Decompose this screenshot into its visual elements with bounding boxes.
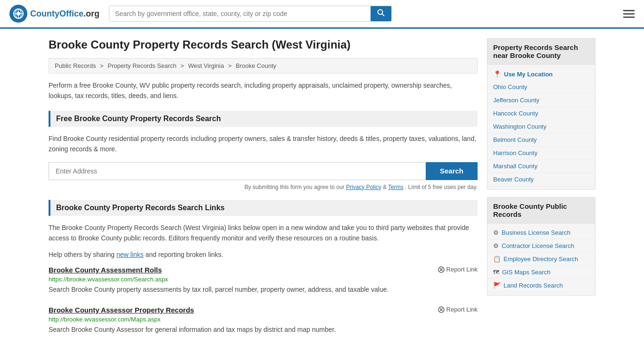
sidebar-item-harrison[interactable]: Harrison County — [487, 147, 595, 160]
site-header: CountyOffice.org — [0, 0, 644, 29]
breadcrumb-current: Brooke County — [236, 62, 276, 69]
address-search-row: Search — [49, 162, 478, 180]
map-icon: 🗺 — [493, 269, 499, 276]
sidebar-item-business-license[interactable]: ⚙ Business License Search — [487, 226, 595, 239]
public-records-list: ⚙ Business License Search ⚙ Contractor L… — [487, 223, 595, 295]
book-icon: 📋 — [493, 255, 501, 263]
link-title-1[interactable]: Brooke County Assessment Rolls — [49, 266, 162, 274]
sidebar-item-land-records[interactable]: 🚩 Land Records Search — [487, 279, 595, 292]
nearby-section-title: Property Records Search near Brooke Coun… — [487, 39, 595, 65]
flag-icon: 🚩 — [493, 282, 501, 289]
gear-icon-2: ⚙ — [493, 242, 499, 249]
page-title: Brooke County Property Records Search (W… — [49, 38, 478, 51]
public-records-title: Brooke County Public Records — [487, 197, 595, 223]
global-search-input[interactable] — [109, 6, 371, 21]
address-search-button[interactable]: Search — [426, 162, 478, 180]
nearby-section: Property Records Search near Brooke Coun… — [487, 38, 595, 189]
use-my-location[interactable]: 📍 Use My Location — [487, 67, 595, 81]
sidebar-item-employee-directory[interactable]: 📋 Employee Directory Search — [487, 253, 595, 266]
link-desc-1: Search Brooke County property assessment… — [49, 285, 478, 295]
breadcrumb-west-virginia[interactable]: West Virginia — [188, 62, 224, 69]
sidebar-item-ohio[interactable]: Ohio County — [487, 81, 595, 94]
report-icon-1 — [438, 266, 445, 273]
report-link-2[interactable]: Report Link — [438, 306, 478, 313]
sidebar-item-washington[interactable]: Washington County — [487, 120, 595, 133]
sidebar-item-hancock[interactable]: Hancock County — [487, 107, 595, 120]
terms-link[interactable]: Terms — [388, 184, 404, 190]
link-url-1[interactable]: https://brooke.wvassessor.com/Search.asp… — [49, 276, 478, 283]
sidebar-item-jefferson[interactable]: Jefferson County — [487, 94, 595, 107]
page-description: Perform a free Brooke County, WV public … — [49, 80, 478, 101]
link-title-2[interactable]: Brooke County Assessor Property Records — [49, 306, 194, 314]
links-section-desc: The Brooke County Property Records Searc… — [49, 222, 478, 244]
logo-text: CountyOffice.org — [30, 9, 99, 19]
breadcrumb: Public Records > Property Records Search… — [49, 58, 478, 74]
report-icon-2 — [438, 306, 445, 313]
svg-point-5 — [378, 10, 383, 15]
links-section: Help others by sharing new links and rep… — [49, 251, 478, 335]
form-terms: By submitting this form you agree to our… — [49, 184, 478, 190]
link-url-2[interactable]: http://brooke.wvassessor.com/Maps.aspx — [49, 316, 478, 323]
logo-icon — [9, 5, 27, 23]
svg-line-6 — [382, 14, 385, 16]
report-link-1[interactable]: Report Link — [438, 266, 478, 273]
address-input[interactable] — [49, 162, 426, 180]
sidebar: Property Records Search near Brooke Coun… — [487, 38, 595, 346]
pin-icon: 📍 — [493, 70, 501, 78]
breadcrumb-public-records[interactable]: Public Records — [55, 62, 96, 69]
hamburger-menu[interactable] — [623, 10, 635, 18]
free-search-desc: Find Brooke County residential property … — [49, 133, 478, 155]
free-search-header: Free Brooke County Property Records Sear… — [49, 111, 478, 127]
nearby-list: 📍 Use My Location Ohio County Jefferson … — [487, 65, 595, 189]
sidebar-item-contractor-license[interactable]: ⚙ Contractor License Search — [487, 239, 595, 253]
page-container: Brooke County Property Records Search (W… — [39, 29, 605, 355]
sidebar-item-belmont[interactable]: Belmont County — [487, 133, 595, 147]
new-links-link[interactable]: new links — [116, 251, 144, 258]
logo[interactable]: CountyOffice.org — [9, 5, 99, 23]
sidebar-item-gis-maps[interactable]: 🗺 GIS Maps Search — [487, 266, 595, 279]
global-search-button[interactable] — [371, 6, 391, 21]
global-search-bar[interactable] — [109, 6, 392, 22]
sidebar-item-beaver[interactable]: Beaver County — [487, 173, 595, 186]
main-content: Brooke County Property Records Search (W… — [49, 38, 478, 346]
link-item: Brooke County Assessment Rolls Report Li… — [49, 266, 478, 295]
help-text: Help others by sharing new links and rep… — [49, 251, 478, 258]
public-records-section: Brooke County Public Records ⚙ Business … — [487, 197, 595, 296]
links-section-header: Brooke County Property Records Search Li… — [49, 200, 478, 216]
gear-icon-1: ⚙ — [493, 229, 499, 236]
link-item-2: Brooke County Assessor Property Records … — [49, 306, 478, 335]
privacy-policy-link[interactable]: Privacy Policy — [346, 184, 381, 190]
sidebar-item-marshall[interactable]: Marshall County — [487, 160, 595, 173]
link-desc-2: Search Brooke County Assessor for genera… — [49, 325, 478, 335]
breadcrumb-property-records[interactable]: Property Records Search — [107, 62, 176, 69]
